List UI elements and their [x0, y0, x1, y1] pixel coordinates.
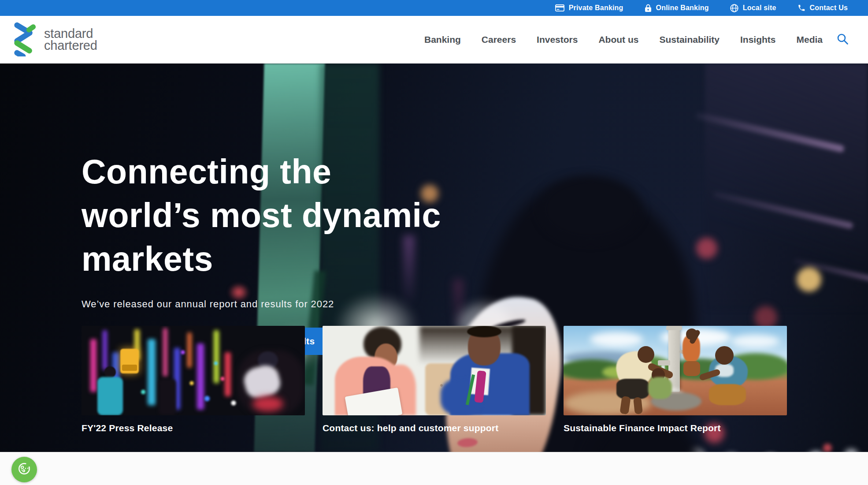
globe-icon — [730, 4, 738, 12]
private-banking-label: Private Banking — [569, 4, 623, 12]
hero-heading-line: Connecting the — [82, 150, 441, 194]
hero-content: Connecting the world’s most dynamic mark… — [82, 150, 441, 355]
bokeh-light — [696, 238, 717, 259]
logo-wordmark: standard chartered — [44, 28, 97, 52]
nav-item-about-us[interactable]: About us — [598, 34, 638, 45]
card-caption: Sustainable Finance Impact Report — [564, 423, 787, 433]
search-button[interactable] — [837, 33, 849, 47]
contact-us-label: Contact Us — [810, 4, 848, 12]
hero-heading-line: markets — [82, 237, 441, 281]
bokeh-light — [797, 267, 821, 292]
hero-subtitle: We’ve released our annual report and res… — [82, 298, 441, 310]
hero-heading-line: world’s most dynamic — [82, 194, 441, 237]
logo-word-chartered: chartered — [44, 40, 97, 52]
main-nav: Banking Careers Investors About us Susta… — [424, 34, 823, 45]
nav-item-investors[interactable]: Investors — [537, 34, 578, 45]
nav-item-media[interactable]: Media — [796, 34, 823, 45]
standard-chartered-logo[interactable]: standard chartered — [12, 21, 97, 58]
standard-chartered-homepage: Private Banking Online Banking Local sit… — [0, 0, 868, 485]
online-banking-link[interactable]: Online Banking — [645, 4, 709, 12]
page-bottom-strip — [0, 452, 868, 485]
card-image-city-night — [82, 326, 305, 415]
main-header: standard chartered Banking Careers Inves… — [0, 16, 868, 63]
card-caption: FY'22 Press Release — [82, 423, 305, 433]
local-site-label: Local site — [743, 4, 776, 12]
card-contact-us[interactable]: Contact us: help and customer support — [323, 326, 546, 433]
nav-item-sustainability[interactable]: Sustainability — [659, 34, 720, 45]
card-sustainable-finance[interactable]: Sustainable Finance Impact Report — [564, 326, 787, 433]
feature-cards: FY'22 Press Release — [82, 326, 787, 433]
logo-word-standard: standard — [44, 28, 97, 40]
bokeh-light — [823, 444, 832, 452]
card-image-office-meeting — [323, 326, 546, 415]
card-icon — [555, 4, 564, 11]
cookie-icon — [17, 461, 32, 478]
pump-spout — [658, 360, 670, 366]
utility-bar: Private Banking Online Banking Local sit… — [0, 0, 868, 16]
nav-item-careers[interactable]: Careers — [482, 34, 516, 45]
card-fy22-press-release[interactable]: FY'22 Press Release — [82, 326, 305, 433]
lock-icon — [645, 4, 652, 12]
contact-us-link[interactable]: Contact Us — [798, 4, 848, 12]
nav-item-banking[interactable]: Banking — [424, 34, 461, 45]
woman-hair — [540, 176, 641, 242]
nav-item-insights[interactable]: Insights — [740, 34, 776, 45]
hero-banner: Connecting the world’s most dynamic mark… — [0, 63, 868, 452]
bokeh-light — [844, 449, 858, 452]
online-banking-label: Online Banking — [656, 4, 709, 12]
cookie-settings-button[interactable] — [11, 457, 37, 482]
private-banking-link[interactable]: Private Banking — [555, 4, 623, 12]
phone-icon — [798, 4, 805, 12]
pedestrian-silhouette — [104, 366, 116, 378]
card-caption: Contact us: help and customer support — [323, 423, 546, 433]
card-image-water-pump — [564, 326, 787, 415]
hero-heading: Connecting the world’s most dynamic mark… — [82, 150, 441, 281]
local-site-link[interactable]: Local site — [730, 4, 776, 12]
search-icon — [837, 33, 849, 47]
sc-trustmark-icon — [12, 21, 37, 58]
